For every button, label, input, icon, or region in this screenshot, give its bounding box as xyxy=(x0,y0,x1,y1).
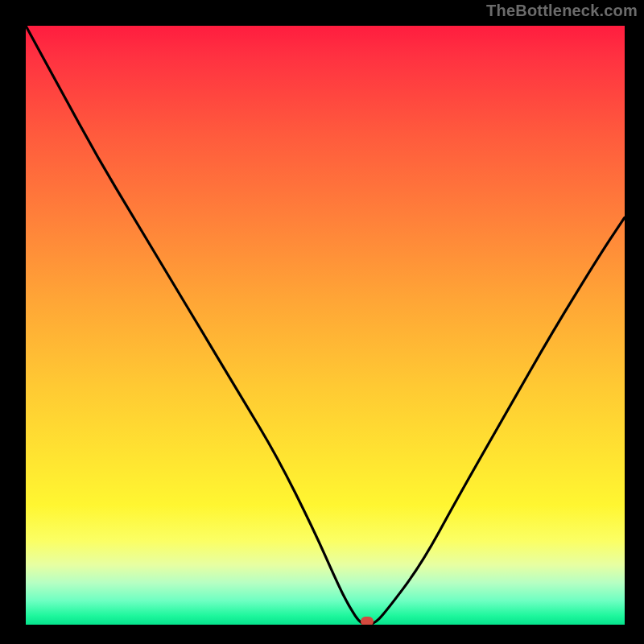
plot-area xyxy=(26,26,625,625)
watermark-text: TheBottleneck.com xyxy=(486,2,638,20)
bottleneck-curve xyxy=(26,26,625,625)
optimal-point-marker xyxy=(361,617,374,625)
chart-frame: TheBottleneck.com xyxy=(0,0,644,644)
